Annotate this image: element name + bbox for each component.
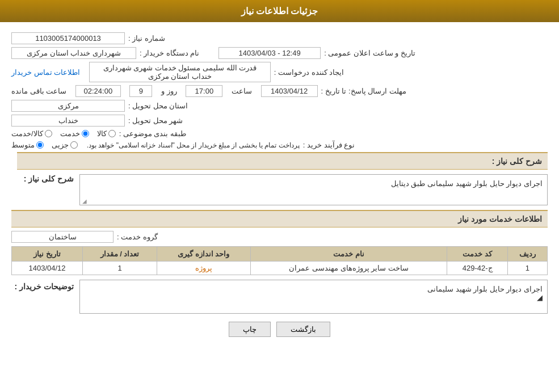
cell-service-code: ج-42-429	[447, 262, 507, 275]
process-note: پرداخت تمام یا بخشی از مبلغ خریدار از مح…	[87, 141, 300, 149]
col-row-number: ردیف	[507, 247, 547, 262]
announce-date-label: تاریخ و ساعت اعلان عمومی :	[324, 49, 415, 57]
announce-date-value: 1403/04/03 - 12:49	[218, 47, 321, 59]
category-label: طبقه بندی موضوعی :	[119, 129, 186, 138]
buyer-label: نام دستگاه خریدار :	[140, 49, 199, 57]
category-khedmat-text: خدمت	[60, 129, 80, 138]
city-label: شهر محل تحویل :	[128, 116, 183, 125]
print-button[interactable]: چاپ	[229, 322, 271, 337]
cell-row-number: 1	[507, 262, 547, 275]
page-header: جزئیات اطلاعات نیاز	[0, 0, 559, 22]
contact-link[interactable]: اطلاعات تماس خریدار	[11, 68, 80, 77]
resize-handle[interactable]: ◢	[81, 198, 87, 204]
province-label: استان محل تحویل :	[128, 102, 188, 110]
cell-quantity: 1	[83, 262, 157, 275]
description-label-side: شرح کلی نیاز :	[24, 174, 74, 183]
deadline-time-label: ساعت	[232, 87, 252, 95]
services-table: ردیف کد خدمت نام خدمت واحد اندازه گیری ت…	[11, 246, 548, 275]
description-section-header: شرح کلی نیاز :	[17, 152, 548, 170]
buyer-comments-box: اجرای دیوار حایل بلوار شهید سلیمانی ◢	[79, 280, 548, 314]
deadline-days-label: روز و	[161, 87, 177, 95]
buyer-value: شهرداری خنداب استان مرکزی	[11, 47, 136, 59]
category-kala-text: کالا	[97, 129, 107, 138]
need-number-value: 1103005174000013	[11, 32, 125, 44]
table-row: 1 ج-42-429 ساخت سایر پروژه‌های مهندسی عم…	[12, 262, 548, 275]
category-kala-khedmat-radio[interactable]	[45, 130, 52, 137]
col-unit: واحد اندازه گیری	[157, 247, 250, 262]
service-group-label: گروه خدمت :	[117, 233, 158, 241]
process-jozi-text: جزیی	[52, 141, 69, 149]
deadline-time: 17:00	[186, 85, 222, 97]
deadline-days: 9	[129, 85, 152, 97]
category-khedmat-label[interactable]: خدمت	[60, 129, 89, 138]
process-label: نوع فرآیند خرید :	[303, 141, 355, 149]
cell-date: 1403/04/12	[12, 262, 83, 275]
cell-service-name: ساخت سایر پروژه‌های مهندسی عمران	[250, 262, 447, 275]
services-section-label: اطلاعات خدمات مورد نیاز	[458, 214, 542, 224]
category-kala-radio[interactable]	[108, 130, 116, 137]
category-kala-khedmat-label[interactable]: کالا/خدمت	[11, 129, 52, 138]
process-mota-text: متوسط	[11, 141, 35, 149]
process-jozi-radio[interactable]	[70, 141, 78, 149]
process-jozi-label[interactable]: جزیی	[52, 141, 78, 149]
cell-unit: پروژه	[157, 262, 250, 275]
page-title: جزئیات اطلاعات نیاز	[241, 6, 318, 16]
category-kala-label[interactable]: کالا	[97, 129, 116, 138]
process-mota-radio[interactable]	[36, 141, 44, 149]
creator-value: قدرت الله سلیمی مسئول خدمات شهری شهرداری…	[89, 62, 271, 82]
description-value: اجرای دیوار حایل بلوار شهید سلیمانی طبق …	[391, 179, 543, 188]
deadline-label: مهلت ارسال پاسخ: تا تاریخ :	[321, 87, 406, 95]
deadline-remaining-label: ساعت باقی مانده	[11, 87, 66, 95]
process-mota-label[interactable]: متوسط	[11, 141, 44, 149]
category-khedmat-radio[interactable]	[82, 130, 89, 137]
need-number-label: شماره نیاز :	[128, 34, 165, 43]
province-value: مرکزی	[11, 100, 125, 112]
process-radio-group: جزیی متوسط	[11, 141, 78, 149]
description-box: اجرای دیوار حایل بلوار شهید سلیمانی طبق …	[79, 174, 548, 205]
col-service-name: نام خدمت	[250, 247, 447, 262]
col-service-code: کد خدمت	[447, 247, 507, 262]
category-kala-khedmat-text: کالا/خدمت	[11, 129, 43, 138]
comments-resize-handle[interactable]: ◢	[85, 293, 543, 302]
city-value: خنداب	[11, 115, 125, 127]
services-section-header: اطلاعات خدمات مورد نیاز	[11, 210, 548, 227]
service-group-value: ساختمان	[11, 231, 114, 243]
col-date: تاریخ نیاز	[12, 247, 83, 262]
category-radio-group: کالا خدمت کالا/خدمت	[11, 129, 116, 138]
col-quantity: تعداد / مقدار	[83, 247, 157, 262]
creator-label: ایجاد کننده درخواست :	[274, 68, 344, 77]
description-label: شرح کلی نیاز :	[492, 157, 542, 166]
buyer-comments-label: توضیحات خریدار :	[15, 282, 74, 291]
back-button[interactable]: بازگشت	[276, 322, 330, 337]
buyer-comments-value: اجرای دیوار حایل بلوار شهید سلیمانی	[427, 285, 543, 293]
button-row: بازگشت چاپ	[11, 322, 548, 337]
deadline-remaining: 02:24:00	[75, 85, 121, 97]
deadline-date: 1403/04/12	[261, 85, 318, 97]
